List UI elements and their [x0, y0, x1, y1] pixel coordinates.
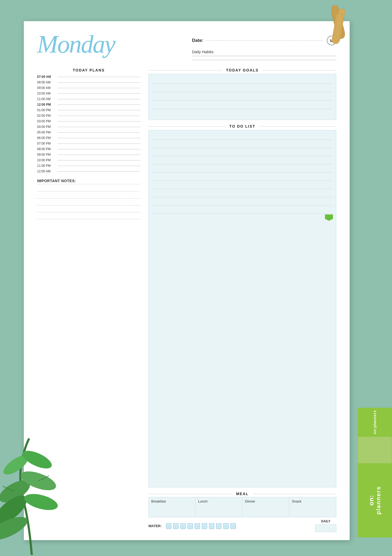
- brand-name: planners: [375, 486, 382, 515]
- svg-rect-10: [174, 525, 178, 528]
- water-cup: [216, 522, 222, 529]
- time-row: 12:00 AM: [37, 169, 140, 173]
- goals-box: [148, 74, 336, 120]
- main-content: TODAY PLANS 07:00 AM 08:00 AM 09:00 AM 1…: [37, 68, 336, 532]
- time-row: 08:00 PM: [37, 147, 140, 151]
- date-label: Date:: [192, 38, 203, 43]
- notes-line: [37, 207, 140, 212]
- dinner-cell: Dinner: [242, 497, 289, 517]
- notes-section: IMPORTANT NOTES:: [37, 179, 140, 220]
- time-row: 11:00 AM: [37, 97, 140, 101]
- plant-decoration: [0, 417, 64, 556]
- svg-rect-22: [217, 525, 221, 528]
- header-section: Monday Date: M Daily Habits:: [37, 32, 336, 63]
- water-cup: [173, 522, 179, 529]
- water-cup: [223, 522, 229, 529]
- lunch-cell: Lunch: [195, 497, 242, 517]
- breakfast-label: Breakfast: [151, 499, 193, 503]
- svg-rect-14: [188, 525, 192, 528]
- breakfast-cell: Breakfast: [149, 497, 195, 517]
- habits-line-2: [192, 60, 336, 60]
- snack-label: Snack: [292, 499, 333, 503]
- svg-rect-24: [224, 525, 228, 528]
- todo-box: [148, 130, 336, 487]
- habits-line-1: [192, 56, 336, 56]
- habits-row: Daily Habits:: [192, 50, 336, 60]
- meal-grid: Breakfast Lunch Dinner Snack: [148, 497, 336, 517]
- goals-title: TODAY GOALS: [222, 68, 262, 72]
- notes-line: [37, 193, 140, 199]
- goals-section: TODAY GOALS: [148, 68, 336, 120]
- water-cups: [166, 522, 311, 529]
- meal-title: MEAL: [232, 492, 252, 496]
- water-cup: [166, 522, 172, 529]
- svg-rect-18: [203, 525, 206, 528]
- svg-rect-26: [231, 525, 235, 528]
- habits-label: Daily Habits:: [192, 50, 214, 54]
- water-cup: [209, 522, 215, 529]
- lunch-label: Lunch: [198, 499, 239, 503]
- water-cup: [194, 522, 200, 529]
- schedule-title: TODAY PLANS: [37, 68, 140, 72]
- time-row: 09:00 PM: [37, 153, 140, 156]
- water-cup: [187, 522, 193, 529]
- notes-label: IMPORTANT NOTES:: [37, 179, 140, 184]
- brand-highlighter: on:planners on: planners: [353, 405, 392, 537]
- time-row: 10:00 PM: [37, 158, 140, 162]
- time-row: 01:00 PM: [37, 108, 140, 112]
- time-row: 11:00 PM: [37, 164, 140, 168]
- todo-title: TO DO LIST: [226, 124, 259, 128]
- svg-rect-20: [210, 525, 213, 528]
- notes-line: [37, 200, 140, 205]
- time-row: 07:00 AM: [37, 75, 140, 79]
- notes-line: [37, 186, 140, 192]
- brand-prefix: on:: [368, 495, 375, 506]
- water-cup: [202, 522, 207, 529]
- right-column: TODAY GOALS TO DO LIST: [148, 68, 336, 532]
- daily-section: DAILY: [315, 519, 336, 532]
- meal-section: MEAL Breakfast Lunch Dinner: [148, 492, 336, 532]
- time-row: 04:00 PM: [37, 125, 140, 129]
- time-row: 02:00 PM: [37, 114, 140, 118]
- paperclips-decoration: [302, 5, 371, 46]
- schedule-list: 07:00 AM 08:00 AM 09:00 AM 10:00 AM 11:0…: [37, 75, 140, 175]
- svg-point-3: [23, 491, 59, 513]
- notes-line: [37, 213, 140, 219]
- daily-label: DAILY: [315, 519, 336, 523]
- svg-rect-12: [181, 525, 185, 528]
- water-label: WATER:: [148, 524, 162, 528]
- day-title: Monday: [37, 32, 181, 57]
- snack-cell: Snack: [289, 497, 336, 517]
- time-row: 09:00 AM: [37, 86, 140, 90]
- time-row: 03:00 PM: [37, 119, 140, 123]
- time-row: 08:00 AM: [37, 80, 140, 84]
- water-cup: [230, 522, 236, 529]
- time-row: 06:00 PM: [37, 136, 140, 140]
- day-title-section: Monday: [37, 32, 181, 57]
- time-row: 10:00 AM: [37, 92, 140, 95]
- water-daily-row: WATER: DAILY: [148, 519, 336, 532]
- daily-box: [315, 524, 336, 532]
- svg-rect-16: [195, 525, 199, 528]
- planner-paper: Monday Date: M Daily Habits:: [24, 21, 350, 540]
- dinner-label: Dinner: [245, 499, 286, 503]
- time-row: 07:00 PM: [37, 142, 140, 145]
- svg-rect-8: [167, 525, 171, 528]
- water-cup: [180, 522, 186, 529]
- todo-section: TO DO LIST: [148, 124, 336, 487]
- time-row: 05:00 PM: [37, 131, 140, 134]
- time-row: 12:00 PM: [37, 103, 140, 106]
